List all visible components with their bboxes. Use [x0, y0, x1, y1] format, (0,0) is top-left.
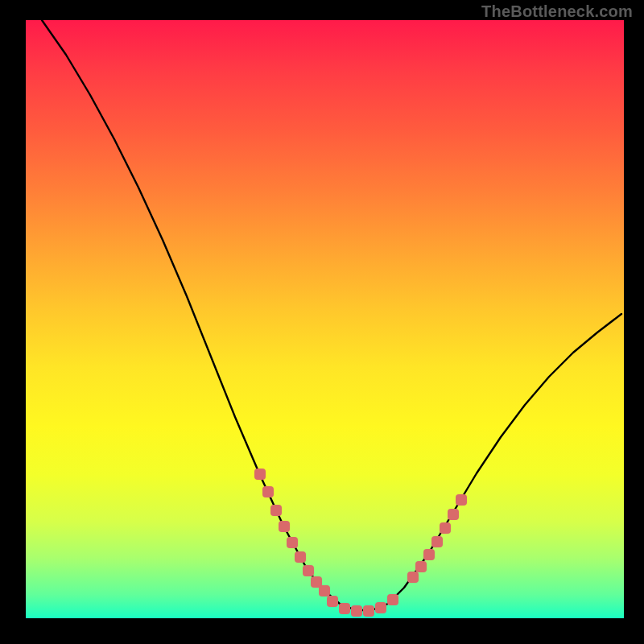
valley-highlight-dots-dot: [363, 605, 374, 617]
left-highlight-dots-dot: [319, 585, 330, 597]
left-highlight-dots-dot: [254, 469, 266, 480]
plot-area: [26, 20, 624, 618]
left-highlight-dots-dot: [279, 521, 290, 532]
valley-highlight-dots-dot: [387, 594, 398, 605]
right-highlight-dots-dot: [440, 522, 451, 534]
main-curve: [42, 20, 621, 610]
left-highlight-dots-dot: [287, 537, 298, 548]
right-highlight-dots-dot: [423, 549, 435, 560]
right-highlight-dots-dot: [448, 509, 459, 520]
right-highlight-dots-dot: [431, 536, 443, 547]
watermark-text: TheBottleneck.com: [481, 2, 633, 21]
plot-svg: [26, 20, 624, 618]
valley-highlight-dots-dot: [339, 603, 350, 614]
right-highlight-dots-dot: [407, 572, 419, 583]
valley-highlight-dots-dot: [327, 596, 338, 607]
left-highlight-dots-dot: [303, 565, 314, 576]
curve-layer: [42, 20, 621, 617]
left-highlight-dots-dot: [295, 551, 306, 563]
left-highlight-dots-dot: [270, 505, 282, 516]
valley-highlight-dots-dot: [351, 605, 362, 617]
right-highlight-dots-dot: [456, 494, 467, 506]
left-highlight-dots-dot: [262, 486, 274, 497]
right-highlight-dots-dot: [415, 561, 427, 572]
valley-highlight-dots-dot: [375, 602, 386, 613]
chart-frame: TheBottleneck.com: [0, 0, 644, 644]
